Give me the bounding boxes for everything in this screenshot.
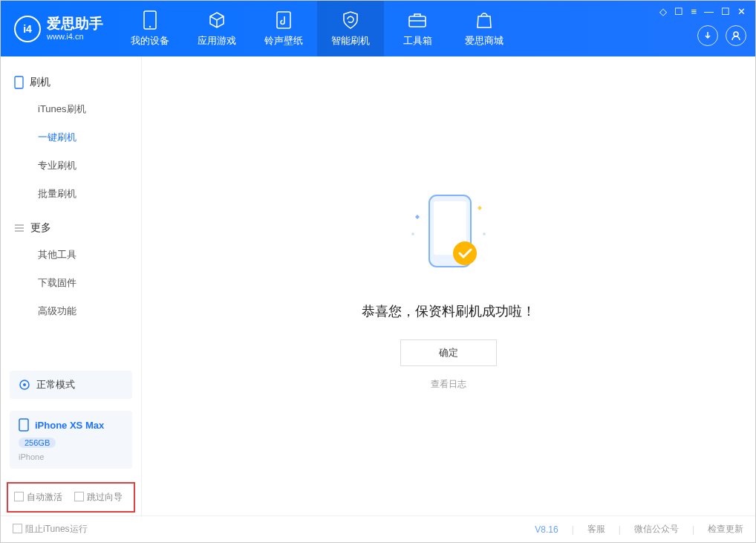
svg-text:i4: i4 — [23, 23, 32, 35]
sidebar-item-batch-flash[interactable]: 批量刷机 — [1, 180, 141, 208]
list-icon — [14, 224, 25, 233]
app-subtitle: www.i4.cn — [47, 32, 103, 42]
sidebar-item-advanced[interactable]: 高级功能 — [1, 297, 141, 325]
svg-point-8 — [23, 383, 26, 386]
phone-icon — [19, 418, 29, 432]
nav-smart-flash[interactable]: 智能刷机 — [317, 1, 384, 56]
nav-ringtone-wallpaper[interactable]: 铃声壁纸 — [250, 1, 317, 56]
toolbox-icon — [408, 10, 427, 30]
main-content: 恭喜您，保资料刷机成功啦！ 确定 查看日志 — [142, 56, 755, 516]
ok-button[interactable]: 确定 — [400, 339, 497, 366]
minimize-button[interactable]: — — [704, 6, 714, 17]
nav-label: 铃声壁纸 — [264, 34, 303, 48]
nav-label: 智能刷机 — [331, 34, 370, 48]
sidebar-item-itunes-flash[interactable]: iTunes刷机 — [1, 95, 141, 123]
shield-refresh-icon — [341, 10, 360, 30]
user-icon[interactable] — [726, 25, 746, 46]
svg-rect-6 — [15, 77, 23, 88]
music-file-icon — [274, 10, 293, 30]
svg-marker-14 — [478, 206, 482, 210]
app-title: 爱思助手 — [47, 16, 103, 33]
success-illustration — [397, 182, 501, 286]
checkbox-auto-activate[interactable]: 自动激活 — [14, 491, 62, 504]
close-button[interactable]: ✕ — [737, 6, 746, 17]
nav-my-device[interactable]: 我的设备 — [117, 1, 183, 56]
device-name: iPhone XS Max — [35, 420, 104, 431]
sidebar-group-more: 更多 — [1, 215, 141, 241]
footer-link-wechat[interactable]: 微信公众号 — [634, 523, 679, 536]
svg-point-5 — [734, 32, 738, 36]
sidebar-group-title: 更多 — [30, 221, 51, 235]
phone-icon — [14, 76, 24, 89]
svg-rect-4 — [409, 16, 426, 27]
view-log-link[interactable]: 查看日志 — [431, 378, 466, 391]
svg-marker-13 — [415, 215, 420, 219]
svg-point-15 — [411, 233, 414, 235]
footer-link-update[interactable]: 检查更新 — [708, 523, 743, 536]
logo-icon: i4 — [14, 16, 41, 42]
success-message: 恭喜您，保资料刷机成功啦！ — [362, 302, 535, 320]
feedback-icon[interactable]: ☐ — [674, 6, 683, 17]
sidebar-item-other-tools[interactable]: 其他工具 — [1, 241, 141, 269]
checkbox-block-itunes[interactable]: 阻止iTunes运行 — [13, 523, 88, 536]
svg-rect-9 — [19, 419, 28, 431]
device-icon — [140, 10, 160, 30]
download-icon[interactable] — [697, 25, 718, 46]
device-info-box[interactable]: iPhone XS Max 256GB iPhone — [10, 411, 132, 469]
nav-label: 工具箱 — [403, 34, 432, 48]
app-logo: i4 爱思助手 www.i4.cn — [1, 16, 117, 42]
mode-icon — [19, 379, 30, 391]
sidebar-group-title: 刷机 — [30, 76, 50, 89]
cube-icon — [207, 10, 227, 30]
svg-point-16 — [483, 233, 486, 235]
device-capacity: 256GB — [19, 438, 56, 448]
highlighted-checkbox-row: 自动激活 跳过向导 — [7, 482, 135, 513]
footer-link-support[interactable]: 客服 — [587, 523, 605, 536]
sidebar-item-download-firmware[interactable]: 下载固件 — [1, 269, 141, 297]
bag-icon — [475, 10, 494, 30]
device-mode-label: 正常模式 — [36, 378, 75, 391]
device-mode-box[interactable]: 正常模式 — [10, 371, 132, 399]
sidebar-item-oneclick-flash[interactable]: 一键刷机 — [1, 123, 141, 152]
version-label: V8.16 — [535, 524, 558, 535]
checkbox-skip-guide[interactable]: 跳过向导 — [74, 491, 123, 504]
skin-icon[interactable]: ◇ — [659, 6, 667, 17]
nav-apps-games[interactable]: 应用游戏 — [183, 1, 250, 56]
main-nav: 我的设备 应用游戏 铃声壁纸 智能刷机 工具箱 爱思商城 — [117, 1, 518, 56]
nav-toolbox[interactable]: 工具箱 — [384, 1, 451, 56]
sidebar: 刷机 iTunes刷机 一键刷机 专业刷机 批量刷机 更多 其他工具 下载固件 … — [1, 56, 142, 516]
sidebar-group-flash: 刷机 — [1, 70, 141, 95]
device-type: iPhone — [19, 452, 44, 461]
window-controls: ◇ ☐ ≡ — ☐ ✕ — [659, 6, 746, 17]
svg-point-12 — [453, 241, 477, 265]
footer: 阻止iTunes运行 V8.16 | 客服 | 微信公众号 | 检查更新 — [1, 516, 755, 542]
svg-point-2 — [149, 25, 151, 27]
nav-store[interactable]: 爱思商城 — [451, 1, 518, 56]
nav-label: 爱思商城 — [465, 34, 504, 48]
nav-label: 我的设备 — [131, 34, 169, 48]
menu-icon[interactable]: ≡ — [691, 6, 697, 17]
svg-rect-3 — [277, 12, 290, 28]
sidebar-item-pro-flash[interactable]: 专业刷机 — [1, 152, 141, 180]
nav-label: 应用游戏 — [198, 34, 236, 48]
app-header: i4 爱思助手 www.i4.cn 我的设备 应用游戏 铃声壁纸 智能刷机 工具… — [1, 1, 755, 56]
maximize-button[interactable]: ☐ — [721, 6, 730, 17]
